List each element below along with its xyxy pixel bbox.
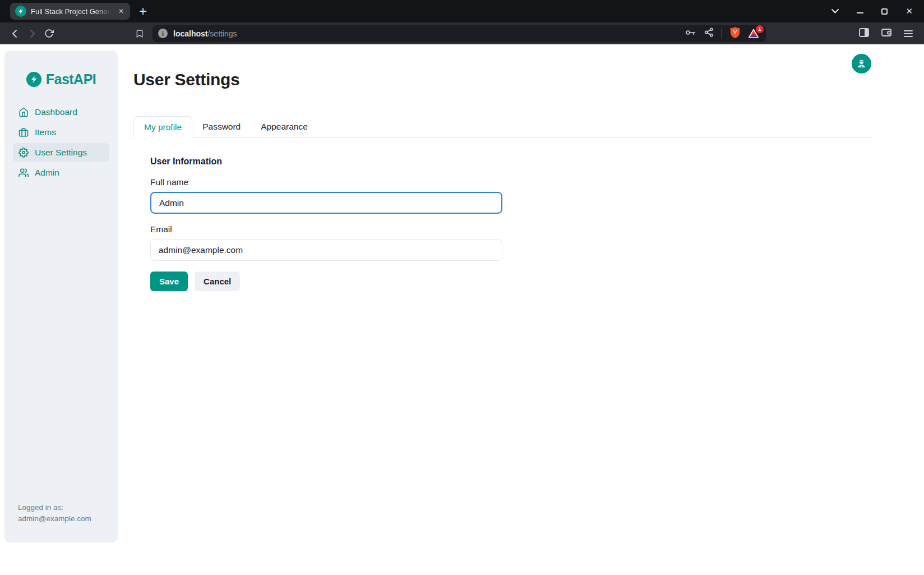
tab-my-profile[interactable]: My profile [133,116,192,138]
full-name-label: Full name [150,177,503,187]
sidebar-item-label: Items [35,127,56,137]
brave-shield-icon[interactable] [730,27,740,40]
settings-tabs: My profile Password Appearance [133,116,872,138]
page-title: User Settings [133,70,872,89]
sidebar-item-label: Admin [35,168,59,178]
sidebar-item-items[interactable]: Items [13,123,109,142]
home-icon [19,107,29,117]
minimize-button[interactable] [857,9,863,13]
fastapi-logo-text: FastAPI [46,71,96,88]
sidebar-item-label: User Settings [35,148,87,158]
url-text: localhost/settings [173,29,237,38]
users-icon [19,168,29,178]
browser-tab[interactable]: Full Stack Project Genera ✕ [10,3,130,20]
fastapi-logo-icon [26,72,41,87]
tab-password[interactable]: Password [192,116,251,138]
sidebar: FastAPI Dashboard Items User Settings Ad… [4,50,118,542]
user-information-form: User Information Full name Email Save Ca… [133,157,503,291]
logged-in-info: Logged in as: admin@example.com [18,502,91,525]
reload-icon[interactable] [40,25,57,42]
fastapi-logo: FastAPI [4,50,118,88]
page-content: FastAPI Dashboard Items User Settings Ad… [0,44,924,575]
browser-toolbar: i localhost/settings 1 [0,22,924,44]
address-bar[interactable]: i localhost/settings 1 [153,25,766,42]
bookmark-icon[interactable] [131,25,148,42]
email-label: Email [150,224,503,234]
toolbar-divider [722,29,722,39]
wallet-icon[interactable] [881,28,891,39]
briefcase-icon [19,127,29,137]
rewards-badge: 1 [756,25,764,33]
share-icon[interactable] [704,27,714,39]
sidebar-item-admin[interactable]: Admin [13,163,109,182]
browser-tab-strip: Full Stack Project Genera ✕ + ✕ [0,0,924,22]
tab-search-chevron-icon[interactable] [831,9,839,13]
gear-icon [19,148,29,158]
sidebar-item-label: Dashboard [35,107,77,117]
sidebar-item-user-settings[interactable]: User Settings [13,143,109,162]
logged-in-label: Logged in as: [18,502,91,513]
brave-rewards-icon[interactable]: 1 [748,28,760,39]
url-host: localhost [173,29,207,38]
fastapi-favicon [15,6,26,17]
window-close-button[interactable]: ✕ [905,6,913,16]
cancel-button[interactable]: Cancel [195,272,240,291]
tab-title: Full Stack Project Genera [31,7,113,16]
site-info-icon[interactable]: i [158,29,168,38]
menu-icon[interactable] [904,30,913,37]
user-avatar-icon [856,58,867,69]
new-tab-button[interactable]: + [139,4,147,18]
main-content: User Settings My profile Password Appear… [133,70,872,291]
email-input[interactable] [150,239,502,261]
save-button[interactable]: Save [150,272,188,291]
forward-icon[interactable] [24,25,40,42]
full-name-input[interactable] [150,192,502,214]
maximize-button[interactable] [881,8,888,15]
key-icon[interactable] [685,29,696,39]
sidebar-item-dashboard[interactable]: Dashboard [13,103,109,122]
sidebar-nav: Dashboard Items User Settings Admin [4,103,118,182]
section-title: User Information [150,157,503,167]
back-icon[interactable] [7,25,24,42]
sidebar-toggle-icon[interactable] [859,28,869,39]
tab-appearance[interactable]: Appearance [251,116,318,138]
logged-in-email: admin@example.com [18,513,91,525]
url-path: /settings [207,29,237,38]
tab-close-icon[interactable]: ✕ [117,7,125,15]
